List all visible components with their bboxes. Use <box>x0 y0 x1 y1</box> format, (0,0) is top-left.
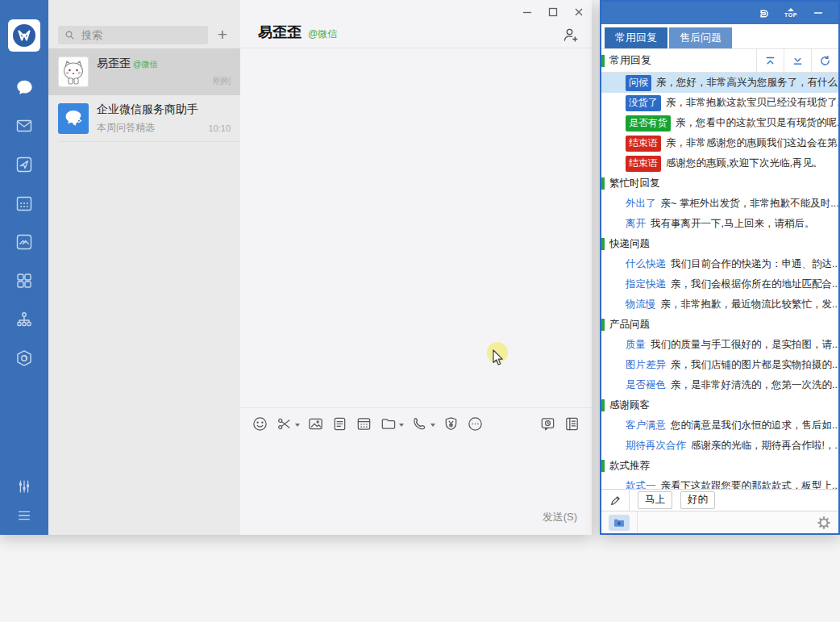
add-member-icon[interactable] <box>561 26 579 47</box>
reply-text: 亲，您好，非常高兴为您服务了，有什么... <box>656 76 838 90</box>
calendar-icon[interactable] <box>0 184 48 223</box>
app-sidebar <box>0 0 48 535</box>
file-icon[interactable] <box>331 415 348 432</box>
reply-item[interactable]: 是否褪色亲，是非常好清洗的，您第一次洗的... <box>601 375 838 395</box>
reply-group-header: 款式推荐 <box>601 456 838 476</box>
search-field[interactable] <box>80 28 196 42</box>
tab-common-replies[interactable]: 常用回复 <box>605 27 667 48</box>
maximize-button[interactable] <box>540 4 566 20</box>
conversation-name: 易歪歪 <box>97 56 131 71</box>
chat-history-icon[interactable] <box>539 415 556 432</box>
folder-shortcut-icon[interactable] <box>609 515 630 531</box>
emoji-icon[interactable] <box>252 415 268 432</box>
reply-item[interactable]: 图片差异亲，我们店铺的图片都是实物拍摄的... <box>601 355 838 375</box>
toolbox-icon[interactable] <box>0 339 48 378</box>
reply-tag[interactable]: 问候 <box>626 75 651 91</box>
reply-item[interactable]: 没货了亲，非常抱歉这款宝贝已经没有现货了... <box>601 93 838 113</box>
reply-tag[interactable]: 结束语 <box>626 156 661 172</box>
reply-item[interactable]: 结束语感谢您的惠顾,欢迎下次光临,再见。 <box>601 153 838 173</box>
workbench-icon[interactable] <box>0 145 48 184</box>
reply-text: 亲，是非常好清洗的，您第一次洗的... <box>671 378 838 392</box>
reply-keyword[interactable]: 什么快递 <box>626 257 666 271</box>
mail-icon[interactable] <box>0 106 48 145</box>
reply-panel-header: 常用回复 <box>601 48 838 73</box>
reply-keyword[interactable]: 图片差异 <box>626 358 666 372</box>
menu-icon[interactable] <box>0 501 48 530</box>
reply-keyword[interactable]: 指定快递 <box>626 278 666 291</box>
reply-text: 亲，我们店铺的图片都是实物拍摄的... <box>671 358 838 372</box>
apps-icon[interactable] <box>0 261 48 300</box>
image-icon[interactable] <box>307 415 324 432</box>
screenshot-icon[interactable] <box>276 415 293 432</box>
reply-item[interactable]: 外出了亲~ 掌柜外出发货，非常抱歉不能及时... <box>601 194 838 214</box>
more-icon[interactable] <box>467 415 484 432</box>
pin-to-top-icon[interactable]: TOP <box>777 2 805 24</box>
conversation-item-service-assistant[interactable]: 企业微信服务商助手 本周问答精选 10:10 <box>48 95 240 142</box>
reply-keyword[interactable]: 期待再次合作 <box>626 439 686 453</box>
reply-item[interactable]: 是否有货亲，您看中的这款宝贝是有现货的呢... <box>601 113 838 133</box>
window-controls <box>514 4 592 20</box>
reply-keyword[interactable]: 质量 <box>626 338 646 352</box>
reply-item[interactable]: 离开我有事离开一下,马上回来，请稍后。 <box>601 214 838 234</box>
quick-phrase-button[interactable]: 马上 <box>638 491 672 509</box>
avatar-wecom-service <box>58 103 89 134</box>
edit-icon[interactable] <box>601 490 630 511</box>
scroll-to-bottom-icon[interactable] <box>784 49 811 72</box>
conversation-item-yiwaiwai[interactable]: 易歪歪 @微信 刚刚 <box>48 48 240 95</box>
payment-icon[interactable] <box>443 415 460 432</box>
reply-tag[interactable]: 是否有货 <box>626 115 671 131</box>
refresh-icon[interactable] <box>811 49 838 72</box>
divider <box>637 511 638 533</box>
reply-item[interactable]: 物流慢亲，非常抱歉，最近物流比较繁忙，发... <box>601 294 838 315</box>
reply-text: 感谢亲的光临，期待再合作啦!，... <box>691 439 838 453</box>
call-dropdown-caret[interactable] <box>430 424 435 427</box>
filter-icon[interactable] <box>0 472 48 501</box>
reply-item[interactable]: 款式一亲看下这款跟您要的那款款式，板型上... <box>601 476 838 489</box>
group-color-bar <box>601 55 605 67</box>
assistant-titlebar: TOP <box>601 2 838 24</box>
reply-text: 亲，非常感谢您的惠顾我们这边会在第... <box>666 136 838 150</box>
reply-item[interactable]: 质量我们的质量与手工很好的，是实拍图，请... <box>601 335 838 355</box>
reply-keyword[interactable]: 客户满意 <box>626 419 666 432</box>
reply-keyword[interactable]: 外出了 <box>626 197 656 211</box>
call-icon[interactable] <box>411 415 428 432</box>
settings-gear-icon[interactable] <box>817 516 831 530</box>
reply-item[interactable]: 客户满意您的满意是我们永恒的追求，售后如... <box>601 415 838 436</box>
minimize-button[interactable] <box>514 4 540 20</box>
pin-top-label: TOP <box>784 12 797 18</box>
reply-item[interactable]: 问候亲，您好，非常高兴为您服务了，有什么... <box>601 73 838 93</box>
reply-item[interactable]: 结束语亲，非常感谢您的惠顾我们这边会在第... <box>601 133 838 153</box>
reply-tag[interactable]: 没货了 <box>626 95 661 111</box>
org-chart-icon[interactable] <box>0 300 48 339</box>
close-button[interactable] <box>566 4 592 20</box>
reply-panel-title: 常用回复 <box>609 53 756 68</box>
message-list-icon[interactable] <box>563 415 580 432</box>
scroll-to-top-icon[interactable] <box>756 49 784 72</box>
quick-phrase-button[interactable]: 好的 <box>680 491 715 509</box>
reply-item[interactable]: 指定快递亲，我们会根据你所在的地址匹配合... <box>601 274 838 294</box>
folder-icon[interactable] <box>380 415 397 432</box>
folder-dropdown-caret[interactable] <box>399 424 404 427</box>
yiwaiwai-logo-icon[interactable] <box>8 19 40 52</box>
assistant-minimize-icon[interactable] <box>805 2 832 24</box>
tab-aftersale-questions[interactable]: 售后问题 <box>669 27 732 48</box>
drive-icon[interactable] <box>0 223 48 261</box>
reply-keyword[interactable]: 是否褪色 <box>626 378 666 392</box>
reply-text: 亲，非常抱歉这款宝贝已经没有现货了... <box>666 96 838 110</box>
reply-tag[interactable]: 结束语 <box>626 136 661 152</box>
reply-keyword[interactable]: 离开 <box>626 217 646 231</box>
card-icon[interactable] <box>356 415 372 432</box>
new-chat-button[interactable]: + <box>213 25 232 44</box>
chat-bubble-icon[interactable] <box>0 68 48 106</box>
screenshot-dropdown-caret[interactable] <box>295 424 300 427</box>
reply-item[interactable]: 什么快递我们目前合作的快递为：申通、韵达... <box>601 254 838 274</box>
reply-group-title: 款式推荐 <box>609 459 650 473</box>
magnet-dock-icon[interactable] <box>750 2 777 24</box>
conversation-texts: 易歪歪 @微信 刚刚 <box>97 56 231 87</box>
send-button[interactable]: 发送(S) <box>543 510 577 524</box>
reply-keyword[interactable]: 物流慢 <box>626 298 656 311</box>
reply-item[interactable]: 期待再次合作感谢亲的光临，期待再合作啦!，... <box>601 436 838 456</box>
conversation-time: 10:10 <box>208 123 231 133</box>
reply-keyword[interactable]: 款式一 <box>626 479 656 489</box>
search-input[interactable] <box>58 26 208 44</box>
